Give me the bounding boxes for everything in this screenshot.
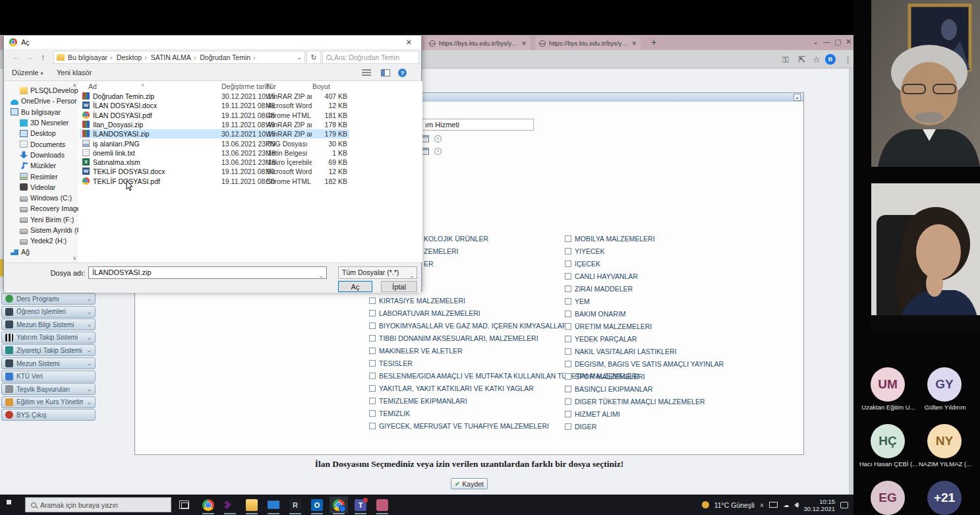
checkbox[interactable] bbox=[369, 322, 376, 329]
file-row[interactable]: Ilan_Dosyasi.zip 19.11.2021 08:49 WinRAR… bbox=[78, 120, 422, 129]
tab-close-icon[interactable]: ✕ bbox=[521, 40, 527, 47]
cancel-button[interactable]: İptal bbox=[381, 281, 417, 292]
taskbar-app-button[interactable] bbox=[330, 497, 348, 513]
breadcrumb-segment[interactable]: Bu bilgisayar bbox=[68, 53, 115, 61]
browser-profile-avatar[interactable]: B bbox=[825, 54, 836, 65]
checkbox[interactable] bbox=[565, 260, 571, 267]
scroll-down-icon[interactable]: ∨ bbox=[72, 255, 76, 261]
column-header-date[interactable]: Değiştirme tarihi bbox=[221, 82, 272, 90]
dialog-search-box[interactable]: Ara: Doğrudan Temin bbox=[322, 51, 419, 64]
taskbar-app-button[interactable] bbox=[351, 497, 370, 513]
checkbox[interactable] bbox=[565, 248, 571, 255]
tree-item[interactable]: Recovery Image bbox=[4, 203, 78, 214]
participant-avatar[interactable]: UM bbox=[871, 367, 905, 402]
checkbox[interactable] bbox=[565, 273, 571, 280]
tree-item[interactable]: PLSQLDeveloper bbox=[4, 85, 78, 96]
taskbar-clock[interactable]: 10:15 30.12.2021 bbox=[803, 498, 835, 512]
panel-collapse-button[interactable]: ▴ bbox=[793, 94, 801, 101]
checkbox[interactable] bbox=[369, 423, 376, 429]
refresh-button[interactable]: ↻ bbox=[306, 51, 321, 64]
bys-menu-item[interactable]: Ders Programı ⌄ bbox=[1, 293, 96, 305]
filename-input[interactable]: İLANDOSYASI.zip ⌄ bbox=[88, 266, 327, 279]
breadcrumb-segment[interactable]: SATIN ALMA bbox=[151, 53, 199, 61]
clock-icon[interactable] bbox=[434, 148, 442, 155]
display-icon[interactable] bbox=[769, 502, 778, 508]
breadcrumb-dropdown-icon[interactable]: ⌄ bbox=[297, 54, 302, 61]
checkbox[interactable] bbox=[369, 385, 376, 392]
checkbox[interactable] bbox=[565, 336, 571, 342]
preview-pane-icon[interactable] bbox=[381, 69, 390, 76]
participant-avatar[interactable]: +21 bbox=[927, 481, 962, 515]
chevron-down-icon[interactable]: ⌄ bbox=[319, 270, 324, 282]
taskbar-app-button[interactable] bbox=[221, 497, 239, 513]
bookmark-star-icon[interactable]: ☆ bbox=[813, 55, 821, 65]
participant-video-1[interactable] bbox=[871, 0, 980, 167]
tree-item[interactable]: Ağ bbox=[4, 246, 78, 257]
window-restore-down-icon[interactable]: ⌄ bbox=[813, 38, 819, 46]
checkbox[interactable] bbox=[369, 348, 376, 354]
checkbox[interactable] bbox=[565, 235, 571, 242]
calendar-icon[interactable] bbox=[422, 148, 429, 155]
taskbar-app-button[interactable] bbox=[199, 497, 217, 513]
checkbox[interactable] bbox=[565, 373, 571, 380]
column-header-type[interactable]: Tür bbox=[266, 82, 276, 90]
onedrive-cloud-icon[interactable]: ☁ bbox=[783, 502, 789, 508]
tree-item[interactable]: Desktop bbox=[4, 128, 78, 138]
speaker-icon[interactable] bbox=[794, 502, 798, 508]
browser-menu-icon[interactable]: ⋮ bbox=[844, 55, 852, 65]
checkbox[interactable] bbox=[369, 373, 376, 379]
tree-item[interactable]: Documents bbox=[4, 138, 78, 149]
taskbar-app-button[interactable] bbox=[286, 497, 304, 513]
file-row[interactable]: önemli link.txt 13.06.2021 23:18 Metin B… bbox=[78, 148, 422, 158]
weather-text[interactable]: 11°C Güneşli bbox=[714, 501, 755, 509]
new-tab-button[interactable]: + bbox=[651, 37, 656, 47]
taskbar-app-button[interactable] bbox=[264, 497, 283, 513]
bys-menu-item[interactable]: Öğrenci İşlemleri ⌄ bbox=[1, 306, 96, 318]
participant-avatar[interactable]: EG bbox=[871, 481, 905, 515]
back-icon[interactable]: ← bbox=[12, 52, 20, 62]
dialog-title-bar[interactable]: Aç ✕ bbox=[4, 36, 421, 49]
list-view-icon[interactable] bbox=[362, 69, 371, 76]
checkbox[interactable] bbox=[565, 423, 571, 430]
organize-button[interactable]: Düzenle ▾ bbox=[12, 69, 43, 76]
tree-item[interactable]: Downloads bbox=[4, 150, 78, 160]
tree-item[interactable]: Müzikler bbox=[4, 160, 78, 171]
checkbox[interactable] bbox=[369, 360, 376, 367]
checkbox[interactable] bbox=[565, 386, 571, 392]
taskbar-app-button[interactable] bbox=[243, 497, 261, 513]
task-view-icon[interactable] bbox=[179, 500, 189, 509]
file-row[interactable]: Satınalma.xlsm 13.06.2021 23:18 Makro İç… bbox=[78, 158, 422, 167]
key-icon[interactable]: ⚿ bbox=[782, 55, 789, 65]
tree-item[interactable]: Yedek2 (H:) bbox=[4, 235, 78, 246]
checkbox[interactable] bbox=[565, 323, 571, 330]
tree-item[interactable]: Videolar bbox=[4, 182, 78, 193]
forward-icon[interactable]: → bbox=[25, 52, 34, 62]
browser-tab-2[interactable]: https://bys.ktu.edu.tr/bys/yetkis ✕ bbox=[535, 36, 641, 50]
bys-menu-item[interactable]: KTÜ Veri ⌄ bbox=[1, 371, 96, 382]
notification-center-icon[interactable] bbox=[840, 502, 848, 508]
tree-item[interactable]: Bu bilgisayar bbox=[4, 107, 78, 117]
participant-video-2[interactable] bbox=[871, 183, 980, 333]
column-header-name[interactable]: Ad bbox=[88, 82, 97, 90]
column-header-size[interactable]: Boyut bbox=[312, 82, 330, 90]
taskbar-app-button[interactable] bbox=[373, 497, 391, 513]
checkbox[interactable] bbox=[565, 298, 571, 305]
window-close-button[interactable]: ✕ bbox=[846, 38, 851, 46]
taskbar-app-button[interactable] bbox=[308, 497, 326, 513]
bys-menu-item[interactable]: Yatırım Takip Sistemi ⌄ bbox=[1, 332, 96, 344]
filetype-select[interactable]: Tüm Dosyalar (*.*) ⌄ bbox=[338, 266, 417, 279]
tree-item[interactable]: Yeni Birim (F:) bbox=[4, 214, 78, 225]
help-icon[interactable]: ? bbox=[398, 69, 407, 77]
checkbox[interactable] bbox=[565, 411, 571, 417]
tree-item[interactable]: Sistem Ayrıldı (G bbox=[4, 225, 78, 235]
checkbox[interactable] bbox=[369, 335, 376, 342]
start-button[interactable] bbox=[7, 500, 16, 510]
participant-avatar[interactable]: HÇ bbox=[871, 424, 905, 458]
checkbox[interactable] bbox=[369, 297, 376, 304]
checkbox[interactable] bbox=[565, 348, 571, 355]
taskbar-search[interactable]: Aramak için buraya yazın bbox=[25, 497, 171, 512]
window-maximize-button[interactable]: ▢ bbox=[834, 38, 841, 46]
checkbox[interactable] bbox=[369, 410, 376, 417]
share-icon[interactable]: ⇱ bbox=[798, 55, 805, 65]
bys-menu-item[interactable]: Teşvik Başvuruları ⌄ bbox=[1, 383, 96, 395]
